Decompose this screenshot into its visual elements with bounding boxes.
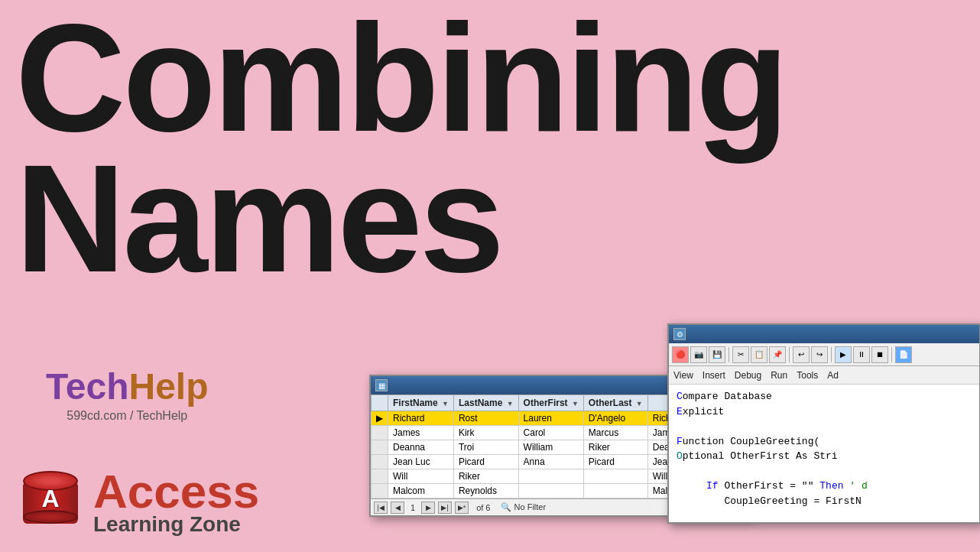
vbe-btn-design[interactable]: 📄 [895,346,912,363]
code-line-3: Function CoupleGreeting( [677,434,972,450]
techhelp-text: TechHelp [46,365,208,408]
cell-firstname: Deanna [388,440,454,455]
row-indicator [372,469,388,484]
vbe-btn-redo[interactable]: ↪ [811,346,828,363]
cell-lastname: Reynolds [453,484,518,498]
techhelp-url: 599cd.com / TechHelp [46,409,208,423]
cell-firstname: Will [388,469,454,484]
access-text-group: Access Learning Zone [93,469,259,536]
vbe-titlebar: ⚙ [669,325,979,343]
vbe-btn-cut[interactable]: ✂ [732,346,749,363]
code-line-1: Compare Database [677,389,972,404]
cell-firstname: Malcom [388,484,454,498]
cell-otherfirst: Carol [518,426,583,440]
code-line-2: Explicit [677,404,972,420]
cell-otherfirst [518,484,583,498]
cell-firstname: Jean Luc [388,455,454,469]
code-line-6: CoupleGreeting = FirstN [677,494,972,509]
cell-otherlast [583,484,647,498]
cell-otherfirst [518,469,583,484]
row-indicator [372,455,388,469]
col-firstname: FirstName ▼ [388,395,454,411]
nav-last-btn[interactable]: ▶| [438,502,452,514]
help-part: Help [128,366,208,407]
title-line2: Names [15,148,786,289]
nav-search: 🔍 No Filter [501,502,546,512]
vbe-btn-copy[interactable]: 📋 [751,346,767,363]
code-line-4: Optional OtherFirst As Stri [677,449,972,464]
cell-lastname: Troi [453,440,518,455]
cell-otherlast [583,469,647,484]
cell-lastname: Rost [453,411,518,426]
cell-otherlast: Picard [583,455,647,469]
row-indicator: ▶ [372,411,388,426]
vbe-btn-undo[interactable]: ↩ [793,346,810,363]
cell-firstname: Richard [388,411,454,426]
vbe-btn-pause[interactable]: ⏸ [853,346,870,363]
vbe-window: ⚙ 🔴 📷 💾 ✂ 📋 📌 ↩ ↪ ▶ ⏸ ⏹ 📄 View Insert De… [667,323,980,524]
cell-otherlast: Marcus [583,426,647,440]
vbe-menu-insert[interactable]: Insert [703,370,725,381]
title-line1: Combining [15,8,786,148]
tech-part: Tech [46,366,128,407]
cell-lastname: Riker [453,469,518,484]
vbe-menu-run[interactable]: Run [771,370,787,381]
col-otherfirst: OtherFirst ▼ [518,395,583,411]
vbe-menu-view[interactable]: View [673,370,693,381]
col-otherlast: OtherLast ▼ [583,395,647,411]
vbe-code-area: Compare Database Explicit Function Coupl… [669,385,979,522]
vbe-btn-stop[interactable]: ⏹ [871,346,888,363]
vbe-menu-debug[interactable]: Debug [735,370,761,381]
cell-lastname: Picard [453,455,518,469]
db-window-icon: ▦ [375,379,388,391]
cell-otherlast: Riker [583,440,647,455]
row-indicator-header [372,395,388,411]
vbe-btn-screenshot[interactable]: 📷 [690,346,707,363]
vbe-btn-paste[interactable]: 📌 [769,346,786,363]
nav-new-btn[interactable]: ▶* [455,502,469,514]
cell-firstname: James [388,426,454,440]
code-line-blank2 [677,464,972,479]
cell-otherfirst: William [518,440,583,455]
vbe-btn-save[interactable]: 🔴 [672,346,689,363]
toolbar-separator [729,347,729,362]
access-sub-text: Learning Zone [93,514,259,535]
toolbar-separator [831,347,832,362]
vbe-window-icon: ⚙ [673,328,686,340]
vbe-btn-run[interactable]: ▶ [835,346,852,363]
nav-prev-btn[interactable]: ◀ [391,502,404,514]
techhelp-brand: TechHelp 599cd.com / TechHelp [46,365,208,423]
vbe-btn-disk[interactable]: 💾 [709,346,725,363]
nav-total: of 6 [476,503,490,512]
nav-first-btn[interactable]: |◀ [374,502,388,514]
access-icon-letter: A [23,485,78,513]
code-line-blank1 [677,419,972,434]
nav-next-btn[interactable]: ▶ [421,502,435,514]
col-lastname: LastName ▼ [453,395,518,411]
vbe-menu-tools[interactable]: Tools [797,370,818,381]
cell-otherfirst: Anna [518,455,583,469]
cell-lastname: Kirk [453,426,518,440]
vbe-menu-ad[interactable]: Ad [827,370,839,381]
vbe-menubar: View Insert Debug Run Tools Ad [669,366,979,385]
row-indicator [372,484,388,498]
toolbar-separator [789,347,790,362]
cell-otherlast: D'Angelo [583,411,647,426]
nav-record-num: 1 [410,503,415,512]
toolbar-separator [891,347,892,362]
code-line-5: If OtherFirst = "" Then ' d [677,479,972,494]
vbe-toolbar: 🔴 📷 💾 ✂ 📋 📌 ↩ ↪ ▶ ⏸ ⏹ 📄 [669,343,979,366]
cell-otherfirst: Lauren [518,411,583,426]
row-indicator [372,426,388,440]
access-main-text: Access [93,469,259,515]
main-title: Combining Names [15,8,786,289]
access-logo: A Access Learning Zone [23,468,259,537]
row-indicator [372,440,388,455]
